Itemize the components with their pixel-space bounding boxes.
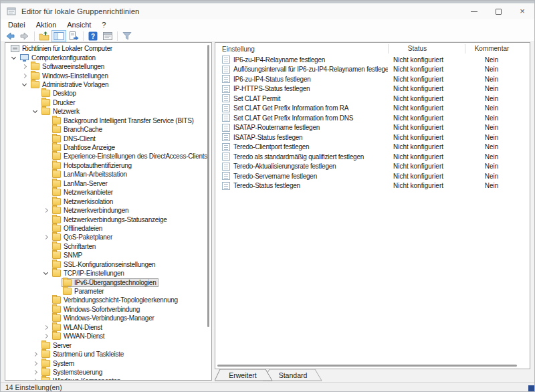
- tree-item[interactable]: Windows-Sofortverbindung: [5, 305, 211, 314]
- table-row[interactable]: ISATAP-Routername festlegenNicht konfigu…: [215, 123, 530, 133]
- chevron-right-icon[interactable]: [31, 359, 40, 368]
- back-button[interactable]: [3, 30, 17, 42]
- tree-item[interactable]: Drahtlose Anzeige: [5, 143, 211, 152]
- tree-item-box[interactable]: WLAN-Dienst: [51, 323, 105, 332]
- tree-item-box[interactable]: Netzwerkisolation: [51, 197, 116, 206]
- chevron-right-icon[interactable]: [41, 332, 51, 340]
- tree-item-box[interactable]: Netzwerkverbindungen: [51, 206, 131, 215]
- tree-item[interactable]: System: [5, 359, 211, 367]
- tree-item[interactable]: Schriftarten: [5, 242, 211, 251]
- tree-item-box[interactable]: Netzwerkanbieter: [51, 188, 116, 197]
- tree-item[interactable]: Drucker: [5, 98, 211, 107]
- table-row[interactable]: Set CLAT Get Prefix Information from RAN…: [215, 104, 530, 114]
- properties-button[interactable]: [100, 30, 115, 42]
- tree-item[interactable]: Windows-Verbindungs-Manager: [5, 314, 211, 322]
- tree-item-box[interactable]: TCP/IP-Einstellungen: [51, 269, 127, 278]
- chevron-right-icon[interactable]: [20, 62, 29, 71]
- tree-item[interactable]: BranchCache: [5, 125, 211, 134]
- table-row[interactable]: Teredo-Servername festlegenNicht konfigu…: [215, 171, 530, 181]
- help-button[interactable]: ?: [86, 30, 100, 42]
- tree-item-box[interactable]: Verbindungsschicht-Topologieerkennung: [51, 296, 181, 304]
- chevron-right-icon[interactable]: [31, 350, 40, 359]
- tree-item-box[interactable]: System: [40, 359, 77, 368]
- tree-item-box[interactable]: Experience-Einstellungen des DirectAcces…: [51, 152, 210, 161]
- tree-item-box[interactable]: Windows-Sofortverbindung: [51, 305, 142, 314]
- table-row[interactable]: IP6-zu-IP4-Status festlegenNicht konfigu…: [215, 74, 530, 84]
- menu-ansicht[interactable]: Ansicht: [62, 21, 96, 29]
- up-one-level-button[interactable]: [37, 30, 51, 42]
- tree-item[interactable]: Background Intelligent Transfer Service …: [5, 116, 211, 125]
- tree-item-box[interactable]: Softwareeinstellungen: [29, 62, 107, 71]
- filter-button[interactable]: [120, 30, 134, 42]
- tree-item-box[interactable]: Drahtlose Anzeige: [51, 143, 118, 152]
- tree-item[interactable]: Administrative Vorlagen: [5, 80, 211, 89]
- tree-item-box[interactable]: Windows-Verbindungs-Manager: [51, 314, 157, 322]
- tree-item[interactable]: Windows-Einstellungen: [5, 71, 211, 80]
- tree-item-box[interactable]: Background Intelligent Transfer Service …: [51, 116, 197, 125]
- maximize-button[interactable]: [486, 3, 510, 19]
- tree-item[interactable]: Desktop: [5, 89, 211, 98]
- chevron-right-icon[interactable]: [20, 72, 29, 80]
- chevron-right-icon[interactable]: [41, 206, 51, 215]
- chevron-down-icon[interactable]: [20, 80, 29, 89]
- tree-item-box[interactable]: Drucker: [40, 98, 78, 107]
- tree-item[interactable]: SSL-Konfigurationseinstellungen: [5, 260, 211, 269]
- tree-item-box[interactable]: DNS-Client: [51, 134, 98, 143]
- tree-item[interactable]: WLAN-Dienst: [5, 323, 211, 332]
- table-row[interactable]: Teredo-Status festlegenNicht konfigurier…: [215, 181, 530, 191]
- tree-item[interactable]: Offlinedateien: [5, 224, 211, 233]
- tree-item[interactable]: LanMan-Arbeitsstation: [5, 170, 211, 179]
- export-list-button[interactable]: [66, 30, 81, 42]
- tree-item-box[interactable]: Schriftarten: [51, 242, 98, 251]
- tree-item-box[interactable]: Systemsteuerung: [40, 368, 105, 377]
- tree-item[interactable]: Softwareeinstellungen: [5, 62, 211, 71]
- tree-item[interactable]: Netzwerkanbieter: [5, 188, 211, 197]
- tree-item[interactable]: WWAN-Dienst: [5, 332, 211, 340]
- tree-item[interactable]: Netzwerkisolation: [5, 197, 211, 205]
- tree-item-box[interactable]: Richtlinien für Lokaler Computer: [9, 44, 115, 53]
- tree-item-box[interactable]: SSL-Konfigurationseinstellungen: [51, 260, 158, 269]
- menu-datei[interactable]: Datei: [3, 21, 31, 29]
- tree-item[interactable]: Netzwerkverbindungs-Statusanzeige: [5, 215, 211, 223]
- tree-item[interactable]: Netzwerkverbindungen: [5, 206, 211, 215]
- column-header-einstellung[interactable]: Einstellung: [215, 45, 388, 53]
- tree-item[interactable]: TCP/IP-Einstellungen: [5, 269, 211, 278]
- table-row[interactable]: Teredo als standardmäßig qualifiziert fe…: [215, 152, 530, 162]
- tree-item-box[interactable]: Windows-Komponenten: [40, 377, 123, 381]
- minimize-button[interactable]: [462, 3, 486, 19]
- tree-item-box[interactable]: Computerkonfiguration: [19, 54, 98, 62]
- tree-item-selected-box[interactable]: IPv6-Übergangstechnologien: [62, 278, 158, 287]
- tree-item-box[interactable]: Hotspotauthentifizierung: [51, 161, 134, 170]
- chevron-down-icon[interactable]: [9, 54, 19, 62]
- tree-item-box[interactable]: Netzwerk: [40, 107, 82, 116]
- chevron-down-icon[interactable]: [41, 269, 51, 278]
- menu-aktion[interactable]: Aktion: [31, 21, 62, 29]
- tree-item[interactable]: Startmenü und Taskleiste: [5, 350, 211, 359]
- chevron-right-icon[interactable]: [41, 323, 51, 332]
- column-header-status[interactable]: Status: [388, 44, 465, 54]
- tree-item[interactable]: Server: [5, 340, 211, 349]
- chevron-right-icon[interactable]: [31, 368, 40, 377]
- table-row[interactable]: Teredo-Aktualisierungsrate festlegenNich…: [215, 162, 530, 172]
- tree-item-box[interactable]: WWAN-Dienst: [51, 332, 107, 340]
- tree-item-box[interactable]: LanMan-Server: [51, 179, 110, 188]
- tree-item-box[interactable]: Desktop: [40, 89, 79, 98]
- close-button[interactable]: ×: [510, 3, 534, 19]
- tree-item[interactable]: Parameter: [5, 287, 211, 296]
- table-row[interactable]: IP6-zu-IP4-Relayname festlegenNicht konf…: [215, 55, 530, 65]
- menu-help[interactable]: ?: [96, 21, 111, 29]
- tree-item-box[interactable]: Netzwerkverbindungs-Statusanzeige: [51, 215, 170, 224]
- tree-item[interactable]: Richtlinien für Lokaler Computer: [5, 44, 211, 53]
- tree-item[interactable]: Verbindungsschicht-Topologieerkennung: [5, 296, 211, 304]
- tree-scrollbar[interactable]: [207, 45, 209, 327]
- tree-item-box[interactable]: QoS-Paketplaner: [51, 233, 115, 241]
- tree-item[interactable]: Windows-Komponenten: [5, 377, 211, 381]
- tree-item-box[interactable]: Server: [40, 341, 74, 350]
- table-row[interactable]: Auflösungsintervall für IP6-zu-IP4-Relay…: [215, 65, 530, 75]
- chevron-right-icon[interactable]: [31, 377, 40, 381]
- table-row[interactable]: Set CLAT Get Prefix Information from DNS…: [215, 113, 530, 123]
- tree-item[interactable]: Hotspotauthentifizierung: [5, 161, 211, 170]
- tree-item-box[interactable]: Parameter: [62, 287, 106, 296]
- table-row[interactable]: Teredo-Clientport festlegenNicht konfigu…: [215, 142, 530, 153]
- tree-item[interactable]: Netzwerk: [5, 107, 211, 116]
